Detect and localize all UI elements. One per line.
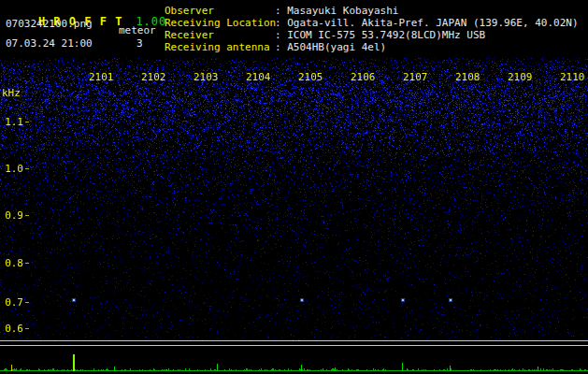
time-tick-label: 2101 <box>89 71 114 83</box>
time-axis: 2101210221032104210521062107210821092110 <box>0 71 588 83</box>
freq-tick-label: 1.1 <box>3 116 23 128</box>
info-value: : Masayuki Kobayashi <box>275 5 398 17</box>
time-tick-label: 2104 <box>246 71 271 83</box>
frequency-axis-unit: kHz <box>2 87 21 99</box>
spectrogram-canvas <box>0 58 588 340</box>
hrofft-output: H R O F F T1.00 0703242100.png meteor 07… <box>0 0 588 374</box>
info-label: Receiving Location <box>165 17 275 29</box>
freq-tick-mark <box>25 328 29 329</box>
freq-tick-mark <box>25 215 29 216</box>
mode-label: meteor <box>119 24 156 36</box>
time-tick-label: 2110 <box>560 71 585 83</box>
info-row: Receiving antenna: A504HB(yagi 4el) <box>165 41 579 53</box>
freq-tick-mark <box>25 302 29 303</box>
info-row: Receiving Location: Ogata-vill. Akita-Pr… <box>165 17 579 29</box>
info-value: : ICOM IC-575 53.7492(8LCD)MHz USB <box>275 29 485 41</box>
info-label: Receiving antenna <box>165 41 275 53</box>
info-label: Receiver <box>165 29 275 41</box>
freq-tick-label: 0.8 <box>3 257 23 269</box>
freq-tick-label: 1.0 <box>3 163 23 175</box>
station-info: Observer: Masayuki KobayashiReceiving Lo… <box>165 5 579 53</box>
signal-level-canvas <box>0 346 588 374</box>
meteor-count: 3 <box>136 37 143 50</box>
info-label: Observer <box>165 5 275 17</box>
time-tick-label: 2106 <box>351 71 376 83</box>
time-tick-label: 2109 <box>508 71 533 83</box>
freq-tick-label: 0.6 <box>3 323 23 335</box>
freq-tick-label: 0.7 <box>3 296 23 309</box>
time-tick-label: 2108 <box>455 71 480 83</box>
freq-tick-mark <box>25 122 29 122</box>
time-tick-label: 2103 <box>194 71 219 83</box>
freq-tick-mark <box>25 168 29 169</box>
frequency-axis: 1.11.00.90.80.70.6 <box>0 0 32 374</box>
freq-tick-mark <box>25 263 29 264</box>
freq-tick-label: 0.9 <box>3 209 23 222</box>
time-tick-label: 2107 <box>403 71 428 83</box>
info-value: : Ogata-vill. Akita-Pref. JAPAN (139.96E… <box>275 17 579 29</box>
time-tick-label: 2105 <box>298 71 323 83</box>
time-tick-label: 2102 <box>141 71 166 83</box>
divider-line-top <box>0 340 588 341</box>
info-value: : A504HB(yagi 4el) <box>275 41 386 53</box>
info-row: Receiver: ICOM IC-575 53.7492(8LCD)MHz U… <box>165 29 579 41</box>
info-row: Observer: Masayuki Kobayashi <box>165 5 579 17</box>
